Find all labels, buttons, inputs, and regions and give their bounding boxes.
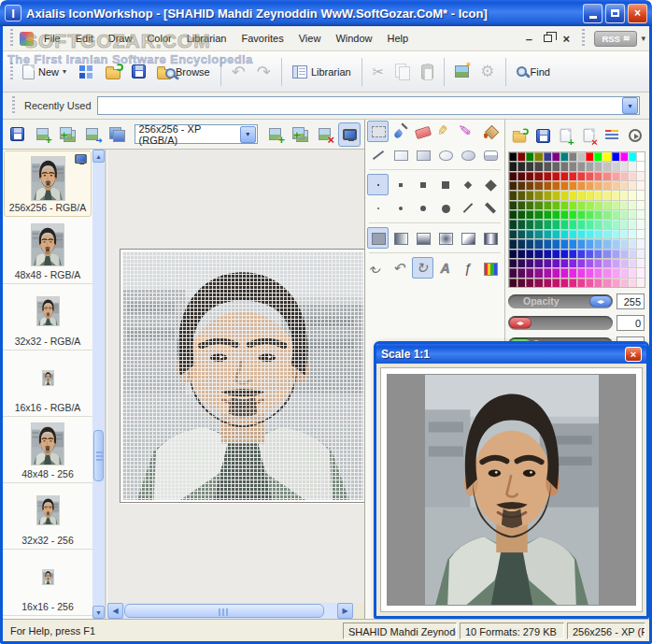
palette-color-swatch[interactable] <box>612 191 619 199</box>
pixelated-icon-image[interactable] <box>122 251 363 500</box>
palette-color-swatch[interactable] <box>552 201 560 209</box>
palette-color-swatch[interactable] <box>544 268 551 277</box>
palette-color-swatch[interactable] <box>534 210 542 219</box>
palette-color-swatch[interactable] <box>526 172 533 180</box>
palette-color-swatch[interactable] <box>594 152 602 161</box>
save-icon-button[interactable] <box>7 122 29 147</box>
minimize-button[interactable] <box>583 4 602 23</box>
palette-color-swatch[interactable] <box>560 239 568 248</box>
palette-color-swatch[interactable] <box>594 172 602 180</box>
palette-color-swatch[interactable] <box>577 230 585 238</box>
image-editor-button[interactable] <box>449 62 475 81</box>
palette-color-swatch[interactable] <box>586 191 593 199</box>
palette-color-swatch[interactable] <box>544 181 551 190</box>
palette-color-swatch[interactable] <box>544 152 551 161</box>
palette-color-swatch[interactable] <box>586 250 593 258</box>
palette-color-swatch[interactable] <box>629 201 636 209</box>
copy-format-button[interactable] <box>106 122 128 147</box>
add-image-formats-button[interactable] <box>56 122 78 147</box>
palette-color-swatch[interactable] <box>602 191 610 199</box>
palette-color-swatch[interactable] <box>594 162 602 170</box>
palette-color-swatch[interactable] <box>526 210 533 219</box>
palette-color-swatch[interactable] <box>544 230 551 238</box>
palette-color-swatch[interactable] <box>552 162 560 170</box>
palette-color-swatch[interactable] <box>602 152 610 161</box>
palette-color-swatch[interactable] <box>569 201 576 209</box>
delete-format-button[interactable] <box>314 122 336 147</box>
palette-color-swatch[interactable] <box>544 250 551 258</box>
palette-color-swatch[interactable] <box>637 268 645 277</box>
palette-color-swatch[interactable] <box>620 268 628 277</box>
palette-color-swatch[interactable] <box>637 230 645 238</box>
palette-menu-button[interactable] <box>602 125 622 147</box>
palette-color-swatch[interactable] <box>544 201 551 209</box>
rss-button[interactable]: RSS ≋ <box>594 31 637 47</box>
palette-color-swatch[interactable] <box>560 210 568 219</box>
combobox-dropdown-button[interactable]: ▾ <box>622 97 638 114</box>
menu-item-color[interactable]: Color <box>139 30 178 47</box>
palette-color-swatch[interactable] <box>552 152 560 161</box>
maximize-button[interactable] <box>605 4 625 23</box>
brush-size-3-tool[interactable] <box>412 174 433 195</box>
palette-color-swatch[interactable] <box>586 210 593 219</box>
palette-color-swatch[interactable] <box>569 210 576 219</box>
red-slider[interactable]: ◂▸ <box>508 316 613 330</box>
title-bar[interactable]: I Axialis IconWorkshop - [SHAHID Mahdi Z… <box>0 0 652 26</box>
palette-color-swatch[interactable] <box>544 279 551 287</box>
scroll-up-button[interactable]: ▲ <box>92 150 105 163</box>
palette-color-swatch[interactable] <box>509 181 517 190</box>
palette-color-swatch[interactable] <box>594 181 602 190</box>
diamond-large-tool[interactable] <box>479 174 501 195</box>
palette-color-swatch[interactable] <box>509 239 517 248</box>
toolbar-grip[interactable] <box>12 96 15 115</box>
format-item-48x48-256[interactable]: 48x48 - 256 <box>3 417 92 483</box>
palette-color-swatch[interactable] <box>620 152 628 161</box>
palette-color-swatch[interactable] <box>526 259 533 267</box>
palette-color-swatch[interactable] <box>612 162 619 170</box>
gradient-top-tool[interactable] <box>412 227 433 249</box>
red-handle[interactable]: ◂▸ <box>509 317 532 329</box>
palette-color-swatch[interactable] <box>517 259 525 267</box>
toolbar-grip[interactable] <box>10 29 13 48</box>
palette-color-swatch[interactable] <box>629 172 636 180</box>
palette-color-swatch[interactable] <box>612 220 619 228</box>
palette-color-swatch[interactable] <box>569 220 576 228</box>
palette-color-swatch[interactable] <box>594 268 602 277</box>
palette-color-swatch[interactable] <box>509 250 517 258</box>
palette-color-swatch[interactable] <box>517 210 525 219</box>
pencil-tool[interactable] <box>434 121 456 142</box>
palette-color-swatch[interactable] <box>509 259 517 267</box>
new-from-image-button[interactable] <box>72 60 100 84</box>
rss-dropdown-arrow-icon[interactable]: ▾ <box>641 34 645 43</box>
palette-color-swatch[interactable] <box>526 181 533 190</box>
palette-color-swatch[interactable] <box>517 268 525 277</box>
palette-color-swatch[interactable] <box>517 162 525 170</box>
palette-color-swatch[interactable] <box>602 250 610 258</box>
palette-color-swatch[interactable] <box>637 210 645 219</box>
paste-button[interactable] <box>416 61 439 83</box>
scroll-right-button[interactable]: ▶ <box>337 603 353 619</box>
menu-item-window[interactable]: Window <box>328 30 379 47</box>
scroll-down-button[interactable]: ▼ <box>92 606 105 619</box>
options-button[interactable] <box>475 58 500 85</box>
menu-item-help[interactable]: Help <box>380 30 417 47</box>
palette-color-swatch[interactable] <box>577 279 585 287</box>
opacity-value[interactable]: 255 <box>617 293 645 309</box>
palette-color-swatch[interactable] <box>509 210 517 219</box>
palette-color-swatch[interactable] <box>544 172 551 180</box>
menu-item-file[interactable]: File <box>36 30 68 47</box>
palette-color-swatch[interactable] <box>629 191 636 199</box>
gradient-corner-tool[interactable] <box>457 227 478 249</box>
palette-color-swatch[interactable] <box>602 172 610 180</box>
format-item-32x32-256[interactable]: 32x32 - 256 <box>3 483 92 550</box>
find-button[interactable]: Find <box>511 63 556 81</box>
palette-color-swatch[interactable] <box>569 268 576 277</box>
palette-color-swatch[interactable] <box>594 230 602 238</box>
palette-color-swatch[interactable] <box>526 220 533 228</box>
canvas-workspace[interactable]: ◀ ▶ <box>106 150 364 619</box>
palette-color-swatch[interactable] <box>544 210 551 219</box>
palette-color-swatch[interactable] <box>577 201 585 209</box>
mdi-restore-button[interactable] <box>541 32 554 45</box>
scrollbar-thumb[interactable] <box>124 604 324 618</box>
palette-color-swatch[interactable] <box>526 279 533 287</box>
